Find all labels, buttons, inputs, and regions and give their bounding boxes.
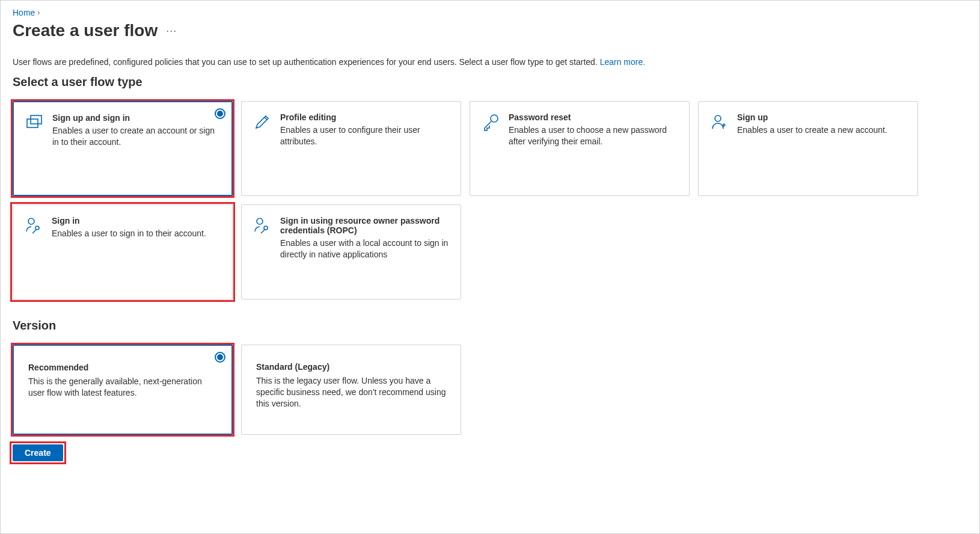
version-grid: Recommended This is the generally availa… <box>13 345 967 435</box>
breadcrumb: Home › <box>13 8 967 17</box>
svg-rect-1 <box>31 115 41 124</box>
card-title: Sign up <box>737 112 907 122</box>
card-title: Profile editing <box>280 112 450 122</box>
breadcrumb-home-link[interactable]: Home <box>13 8 35 17</box>
card-title: Standard (Legacy) <box>256 362 446 372</box>
card-desc: Enables a user to create a new account. <box>737 124 907 136</box>
version-card-standard-legacy[interactable]: Standard (Legacy) This is the legacy use… <box>241 345 461 435</box>
user-key-icon <box>253 216 272 288</box>
create-button-wrap: Create <box>13 444 63 461</box>
card-title: Sign in using resource owner password cr… <box>280 216 450 235</box>
card-desc: Enables a user with a local account to s… <box>280 238 450 260</box>
svg-point-3 <box>715 115 721 121</box>
flow-card-password-reset[interactable]: Password reset Enables a user to choose … <box>470 101 690 196</box>
card-title: Sign in <box>52 216 221 226</box>
key-icon <box>481 112 500 185</box>
create-button[interactable]: Create <box>13 444 63 461</box>
card-desc: Enables a user to configure their user a… <box>280 124 450 147</box>
svg-point-7 <box>264 226 268 230</box>
page-container: Home › Create a user flow ··· User flows… <box>0 0 980 534</box>
user-plus-icon <box>709 112 729 185</box>
intro-body: User flows are predefined, configured po… <box>13 57 600 67</box>
flow-card-ropc[interactable]: Sign in using resource owner password cr… <box>241 204 461 299</box>
card-title: Password reset <box>509 112 678 122</box>
card-title: Recommended <box>28 363 217 372</box>
section-version-heading: Version <box>13 319 967 333</box>
flow-card-sign-in[interactable]: Sign in Enables a user to sign in to the… <box>13 204 233 299</box>
user-key-icon <box>24 216 43 288</box>
card-desc: This is the generally available, next-ge… <box>28 376 217 399</box>
svg-rect-0 <box>27 119 38 127</box>
flow-type-grid: Sign up and sign in Enables a user to cr… <box>13 101 967 299</box>
flow-icon <box>25 113 44 184</box>
intro-text: User flows are predefined, configured po… <box>13 57 967 67</box>
card-desc: Enables a user to create an account or s… <box>52 125 221 148</box>
svg-point-4 <box>28 218 34 224</box>
svg-point-2 <box>491 115 498 122</box>
page-title: Create a user flow <box>13 21 158 40</box>
learn-more-link[interactable]: Learn more. <box>600 57 645 67</box>
more-ellipsis-icon[interactable]: ··· <box>166 25 177 37</box>
card-desc: Enables a user to sign in to their accou… <box>52 228 221 239</box>
flow-card-sign-up-and-sign-in[interactable]: Sign up and sign in Enables a user to cr… <box>13 101 233 196</box>
chevron-right-icon: › <box>37 8 40 17</box>
flow-card-profile-editing[interactable]: Profile editing Enables a user to config… <box>241 101 461 196</box>
card-desc: This is the legacy user flow. Unless you… <box>256 375 446 410</box>
svg-point-5 <box>35 226 39 230</box>
radio-selected-icon <box>215 108 225 119</box>
section-flow-heading: Select a user flow type <box>13 75 967 89</box>
card-title: Sign up and sign in <box>52 113 221 123</box>
flow-card-sign-up[interactable]: Sign up Enables a user to create a new a… <box>698 101 918 196</box>
svg-point-6 <box>257 218 263 224</box>
pencil-icon <box>253 112 272 185</box>
title-row: Create a user flow ··· <box>13 21 967 40</box>
radio-selected-icon <box>215 352 225 363</box>
card-desc: Enables a user to choose a new password … <box>509 124 678 147</box>
version-card-recommended[interactable]: Recommended This is the generally availa… <box>13 345 233 435</box>
